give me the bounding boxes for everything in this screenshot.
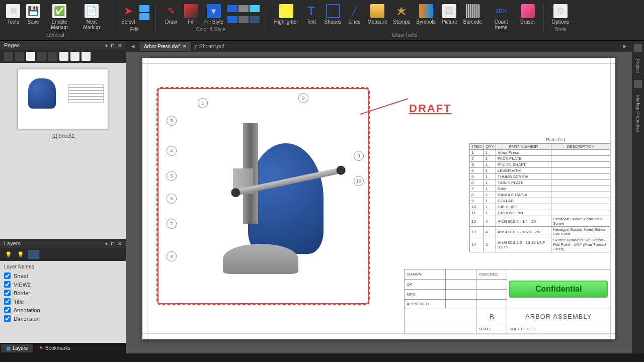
stamps-button[interactable]: 🟊Stamps: [391, 3, 412, 31]
table-row: 71RAM: [470, 186, 610, 192]
redo-button[interactable]: [139, 13, 149, 20]
balloon-8: 8: [167, 251, 177, 261]
thumb-press-icon: [28, 78, 56, 109]
page-thumbnail-1[interactable]: [18, 69, 108, 129]
style-swatch-2[interactable]: [238, 5, 249, 12]
layer-visibility-checkbox[interactable]: [4, 290, 11, 296]
fill-button[interactable]: Fill: [182, 3, 200, 26]
pages-btn-4[interactable]: [37, 52, 46, 61]
layer-name: Border: [14, 290, 30, 296]
layers-tab-icon: ▦: [6, 345, 11, 351]
lines-button[interactable]: ╱Lines: [346, 3, 364, 31]
ruler-top: [142, 58, 615, 64]
pages-btn-6[interactable]: [59, 52, 68, 61]
highlighter-button[interactable]: Highlighter: [272, 3, 300, 31]
enable-markup-button[interactable]: ✅Enable Markup: [44, 3, 74, 31]
select-button[interactable]: ➤Select: [119, 3, 137, 26]
save-button[interactable]: 💾Save: [24, 3, 42, 31]
pages-btn-1[interactable]: [4, 52, 13, 61]
draw-color-button[interactable]: ✎Draw: [162, 3, 180, 26]
balloon-1: 1: [198, 98, 208, 108]
panel-close-icon[interactable]: ✕: [118, 43, 122, 48]
col-pn: PART NUMBER: [496, 144, 551, 150]
table-row: 31PINION SHAFT: [470, 162, 610, 168]
draft-stamp[interactable]: DRAFT: [409, 102, 452, 115]
layer-row[interactable]: Sheet: [4, 272, 122, 280]
pages-btn-2[interactable]: [15, 52, 24, 61]
pages-btn-8[interactable]: [82, 52, 91, 61]
right-rail-icon-1[interactable]: [634, 44, 642, 52]
press-base: [223, 244, 298, 274]
right-rail-icon-2[interactable]: [634, 80, 642, 88]
options-button[interactable]: ⚙Options: [550, 3, 571, 26]
style-swatch-1[interactable]: [227, 5, 237, 12]
close-tab-icon[interactable]: ✕: [183, 44, 187, 49]
pages-panel-header: Pages ▾ ⊓ ✕: [0, 41, 126, 50]
tab-bookmarks[interactable]: ⚑Bookmarks: [34, 344, 75, 352]
ribbon-group-edit: ➤Select Edit: [119, 3, 149, 34]
pages-btn-7[interactable]: [70, 52, 79, 61]
symbols-button[interactable]: Symbols: [414, 3, 437, 31]
panel-pin-icon[interactable]: ⊓: [111, 43, 115, 48]
right-tab-project[interactable]: Project: [634, 56, 641, 76]
save-icon: 💾: [26, 4, 40, 18]
layer-visibility-checkbox[interactable]: [4, 315, 11, 322]
tb-scale: SCALE: [476, 324, 507, 334]
layer-visibility-checkbox[interactable]: [4, 281, 11, 288]
tab-layers[interactable]: ▦Layers: [1, 344, 33, 352]
table-row: 142ANSI B18.6.2 - 10-32 UNF - 0.375Slott…: [470, 237, 610, 252]
layers-pin-icon[interactable]: ⊓: [111, 241, 115, 246]
layer-visibility-checkbox[interactable]: [4, 307, 11, 313]
count-button[interactable]: 10½Count Items: [486, 3, 516, 31]
ribbon-group-draw-tools: Highlighter TText Shapes ╱Lines Measure …: [272, 3, 537, 39]
doc-tab-2[interactable]: pc2board.pdf: [191, 42, 228, 51]
balloon-7: 7: [167, 219, 177, 229]
next-markup-button[interactable]: 📄Next Markup: [76, 3, 107, 31]
layer-bulb-on-icon[interactable]: 💡: [4, 250, 13, 259]
tab-nav-right-icon[interactable]: ►: [618, 43, 632, 50]
layers-list: Layer Names SheetVIEW2BorderTitleAnnotat…: [0, 261, 126, 343]
right-tab-markup-props[interactable]: Markup Properties: [634, 92, 641, 135]
layers-close-icon[interactable]: ✕: [118, 241, 122, 246]
style-swatch-4[interactable]: [227, 16, 237, 23]
layer-row[interactable]: Border: [4, 289, 122, 297]
text-button[interactable]: TText: [302, 3, 320, 31]
fill-style-button[interactable]: ▾Fill Style: [202, 3, 225, 26]
layers-dropdown-icon[interactable]: ▾: [105, 241, 108, 246]
layer-row[interactable]: Dimension: [4, 314, 122, 323]
style-swatch-5[interactable]: [238, 16, 249, 23]
undo-button[interactable]: [139, 5, 149, 12]
confidential-stamp[interactable]: Confidential: [509, 281, 608, 298]
pages-btn-3[interactable]: [26, 52, 35, 61]
style-swatch-3[interactable]: [250, 5, 260, 12]
fill-icon: [184, 4, 198, 18]
style-swatch-6[interactable]: [250, 16, 260, 23]
layer-visibility-checkbox[interactable]: [4, 273, 11, 279]
layer-bulb-off-icon[interactable]: 💡: [16, 250, 25, 259]
canvas-viewport[interactable]: DRAFT 1 2 3 4 5 6 7 8 9 10: [126, 52, 632, 353]
picture-button[interactable]: 🖼Picture: [440, 3, 459, 31]
pages-btn-5[interactable]: [48, 52, 57, 61]
shapes-button[interactable]: Shapes: [323, 3, 344, 31]
doc-tab-active[interactable]: Arbor Press.dwf✕: [140, 42, 191, 51]
panel-dropdown-icon[interactable]: ▾: [105, 43, 108, 48]
eraser-button[interactable]: Eraser: [518, 3, 537, 31]
tb-assembly-name: ARBOR ASSEMBLY: [507, 309, 610, 324]
measure-button[interactable]: Measure: [366, 3, 389, 31]
tb-approved: APPROVED: [405, 299, 446, 309]
layer-visibility-checkbox[interactable]: [4, 298, 11, 305]
layer-row[interactable]: Title: [4, 297, 122, 306]
ribbon-toolbar: 🖥Tools 💾Save ✅Enable Markup 📄Next Markup…: [0, 0, 644, 41]
layer-row[interactable]: Annotation: [4, 306, 122, 314]
pages-title: Pages: [4, 42, 20, 48]
layer-settings-icon[interactable]: [28, 250, 39, 259]
tab-nav-left-icon[interactable]: ◄: [126, 43, 140, 50]
tb-qa: QA: [405, 279, 446, 289]
layer-row[interactable]: VIEW2: [4, 280, 122, 289]
next-markup-icon: 📄: [85, 4, 99, 18]
tools-button[interactable]: 🖥Tools: [4, 3, 22, 31]
table-row: 111GROOVE PIN: [470, 210, 610, 216]
barcode-button[interactable]: Barcode: [461, 3, 484, 31]
table-row: 101GIB PLATE: [470, 204, 610, 210]
ruler-right: [610, 58, 615, 339]
